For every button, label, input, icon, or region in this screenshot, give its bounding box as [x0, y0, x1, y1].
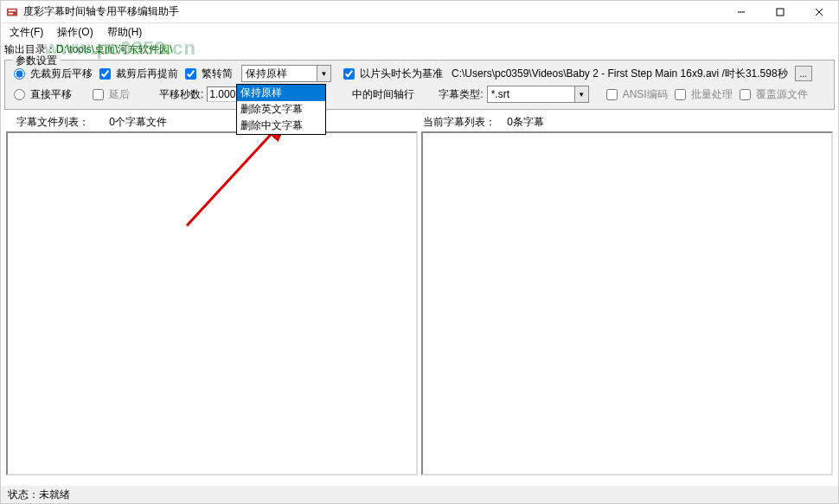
menu-operation[interactable]: 操作(O): [52, 23, 98, 41]
params-panel: 参数设置 先裁剪后平移 裁剪后再提前 繁转简 保持原样 ▼ 以片头时长为基准 C…: [4, 60, 835, 110]
radio-direct[interactable]: [14, 89, 25, 100]
check-batch[interactable]: [675, 89, 686, 100]
window-title: 度彩字幕时间轴专用平移编辑助手: [23, 4, 721, 19]
svg-rect-1: [9, 10, 16, 11]
dropdown-item-del-cn[interactable]: 删除中文字幕: [237, 118, 325, 134]
radio-trim-first[interactable]: [14, 68, 25, 80]
radio-direct-label: 直接平移: [30, 87, 72, 102]
combo-keep-text: 保持原样: [242, 67, 317, 81]
check-ansi-label: ANSI编码: [623, 87, 668, 102]
combo-subtitle-type[interactable]: *.srt ▼: [487, 86, 589, 103]
right-list-label: 当前字幕列表：: [423, 116, 496, 128]
list-header-row: 字幕文件列表： 0个字幕文件 当前字幕列表： 0条字幕: [1, 112, 838, 131]
combo-subtitle-text: *.srt: [488, 88, 574, 100]
check-overwrite[interactable]: [740, 89, 751, 100]
titlebar: 度彩字幕时间轴专用平移编辑助手: [1, 1, 838, 23]
menu-file[interactable]: 文件(F): [4, 23, 48, 41]
window-controls: [721, 1, 838, 22]
radio-trim-first-label: 先裁剪后平移: [30, 67, 93, 81]
check-trad-simp[interactable]: [185, 68, 196, 80]
check-trad-simp-label: 繁转简: [202, 67, 233, 81]
output-row: 输出目录： D:\tools\桌面\河东软件园\: [1, 41, 838, 58]
menu-help[interactable]: 帮助(H): [102, 23, 148, 41]
param-row-1: 先裁剪后平移 裁剪后再提前 繁转简 保持原样 ▼ 以片头时长为基准 C:\Use…: [10, 64, 829, 83]
check-use-header[interactable]: [343, 68, 355, 80]
check-ansi[interactable]: [606, 89, 618, 100]
check-delay-label: 延后: [109, 87, 130, 102]
svg-rect-0: [7, 8, 17, 16]
menubar: 文件(F) 操作(O) 帮助(H): [1, 23, 838, 41]
left-list-label: 字幕文件列表：: [16, 116, 89, 128]
dropdown-item-keep[interactable]: 保持原样: [237, 85, 325, 101]
svg-rect-2: [9, 12, 13, 14]
status-label: 状态：: [8, 488, 39, 502]
chevron-down-icon: ▼: [574, 86, 588, 102]
param-row-2: 直接平移 延后 平移秒数: 中的时间轴行 字幕类型: *.srt ▼ ANSI编…: [10, 85, 829, 104]
check-delay[interactable]: [93, 89, 104, 100]
list-area: [4, 131, 835, 475]
browse-button[interactable]: ...: [795, 66, 812, 81]
check-batch-label: 批量处理: [691, 87, 733, 102]
left-list-count: 0个字幕文件: [109, 116, 167, 128]
subtitle-type-label: 字幕类型:: [439, 87, 483, 102]
shift-seconds-label: 平移秒数:: [159, 87, 203, 102]
check-use-header-label: 以片头时长为基准: [360, 67, 443, 81]
dropdown-keep-mode-list: 保持原样 删除英文字幕 删除中文字幕: [236, 84, 326, 135]
left-list-header: 字幕文件列表： 0个字幕文件: [16, 115, 423, 130]
file-info: C:\Users\pc0359\Videos\Baby 2 - First St…: [452, 67, 788, 81]
right-list-count: 0条字幕: [507, 116, 544, 128]
check-trim-front-label: 裁剪后再提前: [116, 67, 178, 81]
combo-keep-mode[interactable]: 保持原样 ▼: [241, 65, 331, 82]
status-bar: 状态： 未就绪: [1, 486, 838, 503]
app-icon: [6, 6, 18, 18]
check-overwrite-label: 覆盖源文件: [756, 87, 808, 102]
maximize-button[interactable]: [760, 1, 799, 22]
output-path: D:\tools\桌面\河东软件园\: [56, 42, 173, 57]
current-subtitle-list[interactable]: [421, 131, 833, 475]
chevron-down-icon: ▼: [317, 66, 330, 81]
minimize-button[interactable]: [721, 1, 760, 22]
dropdown-item-del-en[interactable]: 删除英文字幕: [237, 101, 325, 118]
svg-rect-4: [777, 9, 784, 16]
check-trim-front[interactable]: [99, 68, 111, 80]
params-legend: 参数设置: [12, 54, 61, 68]
status-text: 未就绪: [39, 488, 70, 502]
close-button[interactable]: [799, 1, 838, 22]
right-list-header: 当前字幕列表： 0条字幕: [423, 115, 831, 130]
middle-timeline-text: 中的时间轴行: [352, 87, 414, 102]
subtitle-file-list[interactable]: [6, 131, 418, 475]
